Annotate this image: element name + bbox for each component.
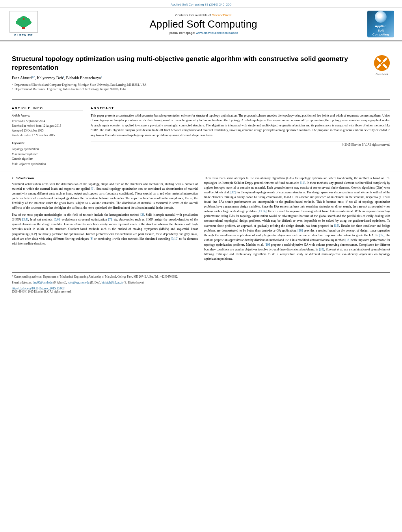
footer-divider [12,272,390,272]
affil-1-text: Department of Electrical and Computer En… [15,83,147,87]
author-2: Kalyanmoy Deb [37,76,63,80]
cite-5: [7] [108,218,112,221]
article-content: Structural topology optimization using m… [0,41,402,167]
cite-2: [2] [140,213,144,217]
license-text: 1568-4946/© 2015 Elsevier B.V. All right… [12,290,390,293]
affil-2: b Department of Mechanical Engineering, … [12,87,368,91]
body-content: 1. Introduction Structural optimization … [0,176,402,264]
homepage-link[interactable]: www.elsevier.com/locate/asoc [196,31,238,35]
cite-9: [12] [231,191,236,194]
affil-2-super: b [12,87,13,91]
svg-rect-7 [23,18,24,20]
revised-date: Received in revised form 12 August 2015 [12,124,61,128]
body-right-col: There have been some attempts to use evo… [204,176,390,264]
svg-text:✓: ✓ [380,61,383,65]
body-para-3: There have been some attempts to use evo… [204,176,390,261]
keyword-1: Topology optimization [12,147,83,152]
elsevier-logo: ELSEVIER [8,11,39,37]
cite-14: [18] [345,238,350,242]
doi-link[interactable]: http://dx.doi.org/10.1016/j.asoc.2015.10… [12,287,390,290]
crossmark-text: CrossMark [374,73,390,76]
sciencedirect-link[interactable]: ScienceDirect [212,13,231,17]
elsevier-tree-icon [12,15,35,30]
cite-6: [8] [89,237,93,241]
body-para-2: Few of the most popular methodologies in… [12,213,198,246]
email-2-link[interactable]: kdeb@egr.msu.edu [67,281,89,284]
elsevier-logo-box [9,11,38,33]
crossmark-logo: ✓ CrossMark [374,55,390,76]
journal-top-bar: Applied Soft Computing 39 (2016) 240–250 [0,0,402,7]
cite-1: [1] [91,187,95,191]
cite-4: [5,6] [54,218,60,221]
cite-13: [17] [379,234,384,237]
author-1: Faez Ahmed [12,76,32,80]
journal-volume-link[interactable]: Applied Soft Computing 39 (2016) 240–250 [171,3,231,6]
copyright: © 2015 Elsevier B.V. All rights reserved… [91,141,390,146]
cite-11: [15] [334,224,339,228]
section1-title: 1. Introduction [12,176,198,180]
email-3-link[interactable]: bishakh@iitk.ac.in [102,281,123,284]
section-divider [0,172,402,172]
journal-logo-circle-icon [375,11,387,23]
page: Applied Soft Computing 39 (2016) 240–250… [0,0,402,532]
author-3-super: b [101,75,102,78]
journal-logo-text: AppliedSoftComputing [372,24,389,37]
journal-center: Contents lists available at ScienceDirec… [43,13,363,35]
body-para-1: Structural optimization deals with the d… [12,182,198,210]
keyword-2: Minimum compliance [12,152,83,157]
article-title: Structural topology optimization using m… [12,55,368,72]
authors-line: Faez Ahmeda,*, Kalyanmoy Deba, Bishakh B… [12,75,368,80]
article-history: Article history: Received 6 September 20… [12,113,83,138]
cite-15: [19] [265,243,270,247]
affil-1: a Department of Electrical and Computer … [12,83,368,87]
abstract-col: ABSTRACT This paper presents a construct… [91,106,390,167]
keywords-section: Keywords: Topology optimization Minimum … [12,141,83,167]
article-info-heading: ARTICLE INFO [12,106,83,111]
article-info-abstract-section: ARTICLE INFO Article history: Received 6… [12,103,390,167]
email-1-link[interactable]: faez00@umd.edu [33,281,53,284]
crossmark-icon: ✓ [374,55,390,71]
available-date: Available online 17 November 2015 [12,133,55,137]
footer: * Corresponding author at: Department of… [0,268,402,297]
cite-16: [20] [319,248,324,251]
cite-12: [16] [298,229,303,232]
keyword-4: Multi-objective optimization [12,162,83,167]
cite-8: [11] [300,181,305,185]
accepted-date: Accepted 25 October 2015 [12,129,44,132]
email-line: E-mail addresses: faez00@umd.edu (F. Ahm… [12,281,390,285]
cite-10: [13,14] [257,209,266,213]
history-label: Article history: [12,113,83,118]
affil-1-super: a [12,83,13,87]
svg-point-5 [17,18,22,22]
article-info-col: ARTICLE INFO Article history: Received 6… [12,106,83,167]
author-1-super: a,* [32,75,35,78]
cite-3: [3,4] [22,218,28,221]
keywords-label: Keywords: [12,141,83,146]
received-date: Received 6 September 2014 [12,119,45,123]
journal-logo-box: AppliedSoftComputing [367,11,394,37]
corresponding-note: * Corresponding author at: Department of… [12,275,390,280]
keyword-3: Genetic algorithm [12,157,83,162]
affil-2-text: Department of Mechanical Engineering, In… [15,87,126,91]
body-left-col: 1. Introduction Structural optimization … [12,176,198,264]
journal-header: ELSEVIER Contents lists available at Sci… [0,7,402,41]
elsevier-wordmark: ELSEVIER [14,33,33,37]
abstract-heading: ABSTRACT [91,106,390,111]
homepage-line: journal homepage: www.elsevier.com/locat… [43,31,363,35]
email-label: E-mail addresses: [12,281,32,284]
author-2-super: a [63,75,64,78]
journal-title: Applied Soft Computing [43,19,363,30]
affiliations: a Department of Electrical and Computer … [12,83,368,92]
author-3: Bishakh Bhattacharya [66,76,101,80]
svg-point-6 [25,18,30,22]
abstract-text: This paper presents a constructive solid… [91,113,390,138]
cite-7: [9,10] [171,237,178,241]
contents-line: Contents lists available at ScienceDirec… [43,13,363,17]
